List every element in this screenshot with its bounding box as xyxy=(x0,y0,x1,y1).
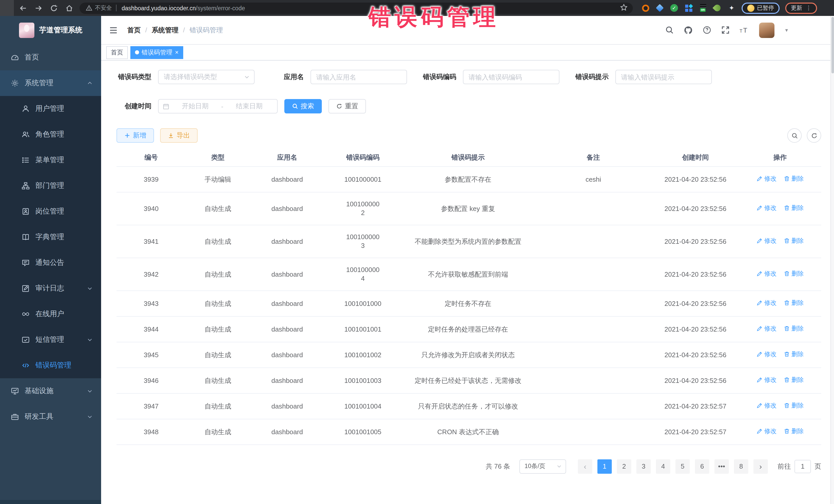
fullscreen-icon[interactable] xyxy=(721,26,730,35)
help-icon[interactable] xyxy=(703,26,711,35)
extension-orange-icon[interactable] xyxy=(641,4,650,12)
sidebar-item-menu-list[interactable]: 菜单管理 xyxy=(0,147,101,173)
tab-error-code[interactable]: 错误码管理 × xyxy=(130,46,183,59)
sidebar-item-audit-log[interactable]: 审计日志 xyxy=(0,276,101,301)
sidebar-item-infra[interactable]: 基础设施 xyxy=(0,378,101,404)
browser-menu-kebab-icon[interactable]: ⋮ xyxy=(806,5,811,11)
error-msg-input[interactable] xyxy=(615,70,712,84)
github-icon[interactable] xyxy=(684,25,693,35)
sidebar-item-post-badge[interactable]: 岗位管理 xyxy=(0,199,101,224)
error-type-select[interactable]: 请选择错误码类型 xyxy=(158,70,255,84)
page-button-4[interactable]: 4 xyxy=(656,459,670,474)
cell-msg: 只有开启状态的任务，才可以修改 xyxy=(401,393,535,419)
sidebar-collapse-icon[interactable] xyxy=(109,25,118,35)
sidebar-item-devtools[interactable]: 研发工具 xyxy=(0,404,101,430)
delete-link[interactable]: 删除 xyxy=(784,299,804,307)
delete-link[interactable]: 删除 xyxy=(784,350,804,359)
font-size-icon[interactable]: TT xyxy=(740,26,749,35)
browser-forward-icon[interactable] xyxy=(35,4,43,12)
add-button[interactable]: 新增 xyxy=(116,128,154,143)
page-button-6[interactable]: 6 xyxy=(695,459,709,474)
delete-link[interactable]: 删除 xyxy=(784,204,804,213)
browser-back-icon[interactable] xyxy=(19,4,27,12)
bookmark-star-icon[interactable] xyxy=(620,4,628,12)
extension-pinwheel-icon[interactable]: ✦ xyxy=(727,4,736,12)
sidebar-item-system[interactable]: 系统管理 xyxy=(0,70,101,96)
sidebar-item-dashboard[interactable]: 首页 xyxy=(0,45,101,70)
delete-link[interactable]: 删除 xyxy=(784,427,804,436)
refresh-table-button[interactable] xyxy=(807,128,821,143)
sidebar-item-dict-book[interactable]: 字典管理 xyxy=(0,224,101,250)
scrollbar-thumb[interactable] xyxy=(831,17,834,73)
cell-remark xyxy=(535,342,652,368)
show-search-button[interactable] xyxy=(787,128,802,143)
security-label[interactable]: 不安全 xyxy=(95,4,112,12)
prev-page-button[interactable]: ‹ xyxy=(578,459,592,474)
sidebar-item-notice[interactable]: 通知公告 xyxy=(0,250,101,276)
reset-button[interactable]: 重置 xyxy=(328,99,366,113)
extension-leaf-icon[interactable] xyxy=(713,4,722,12)
edit-link[interactable]: 修改 xyxy=(756,204,776,213)
extension-green-check-icon[interactable]: ✓ xyxy=(670,4,679,12)
jump-page-input[interactable] xyxy=(794,460,811,473)
edit-link[interactable]: 修改 xyxy=(756,269,776,278)
page-button-8[interactable]: 8 xyxy=(734,459,748,474)
url-path: /system/error-code xyxy=(196,5,245,11)
more-pages-button[interactable]: ••• xyxy=(715,459,729,474)
extension-gem-icon[interactable] xyxy=(655,4,664,12)
edit-link[interactable]: 修改 xyxy=(756,427,776,436)
sidebar-item-error-code[interactable]: 错误码管理 xyxy=(0,353,101,378)
header-search-icon[interactable] xyxy=(665,26,674,35)
create-time-range-picker[interactable]: 开始日期 - 结束日期 xyxy=(158,99,278,113)
edit-link[interactable]: 修改 xyxy=(756,237,776,245)
next-page-button[interactable]: › xyxy=(753,459,768,474)
breadcrumb-home[interactable]: 首页 xyxy=(127,25,140,35)
page-scrollbar[interactable] xyxy=(830,16,834,504)
browser-reload-icon[interactable] xyxy=(50,4,58,12)
delete-link[interactable]: 删除 xyxy=(784,269,804,278)
breadcrumb-system[interactable]: 系统管理 xyxy=(152,25,178,35)
edit-link[interactable]: 修改 xyxy=(756,350,776,359)
sidebar-item-user[interactable]: 用户管理 xyxy=(0,96,101,122)
sidebar-item-sms[interactable]: 短信管理 xyxy=(0,327,101,353)
delete-link[interactable]: 删除 xyxy=(784,376,804,385)
edit-link-label: 修改 xyxy=(764,175,776,183)
tab-home[interactable]: 首页 xyxy=(106,46,128,59)
page-button-2[interactable]: 2 xyxy=(617,459,631,474)
export-button[interactable]: 导出 xyxy=(160,128,198,143)
search-button[interactable]: 搜索 xyxy=(284,99,322,113)
delete-link[interactable]: 删除 xyxy=(784,324,804,333)
user-menu-caret-icon[interactable]: ▼ xyxy=(784,27,789,32)
tab-close-icon[interactable]: × xyxy=(175,49,179,56)
error-code-input[interactable] xyxy=(463,70,559,84)
delete-link[interactable]: 删除 xyxy=(784,401,804,410)
sidebar-item-online-users[interactable]: 在线用户 xyxy=(0,301,101,327)
delete-link[interactable]: 删除 xyxy=(784,175,804,183)
page-button-5[interactable]: 5 xyxy=(675,459,690,474)
edit-link[interactable]: 修改 xyxy=(756,175,776,183)
breadcrumb: 首页 / 系统管理 / 错误码管理 xyxy=(127,25,223,35)
extension-blue-stack-icon[interactable] xyxy=(684,4,693,12)
edit-link[interactable]: 修改 xyxy=(756,324,776,333)
edit-link[interactable]: 修改 xyxy=(756,401,776,410)
browser-profile-chip[interactable]: 已暂停 xyxy=(742,2,780,14)
page-size-select[interactable]: 10条/页 xyxy=(520,459,566,474)
browser-home-icon[interactable] xyxy=(65,4,73,12)
browser-update-button[interactable]: 更新 ⋮ xyxy=(785,2,817,14)
edit-link-label: 修改 xyxy=(764,237,776,245)
page-button-1[interactable]: 1 xyxy=(597,459,612,474)
app-name-input[interactable] xyxy=(310,70,407,84)
sidebar-item-dept-tree[interactable]: 部门管理 xyxy=(0,173,101,199)
sidebar-logo[interactable]: 芋道管理系统 xyxy=(0,16,101,45)
delete-link[interactable]: 删除 xyxy=(784,237,804,245)
sidebar-item-roles[interactable]: 角色管理 xyxy=(0,122,101,147)
edit-link[interactable]: 修改 xyxy=(756,376,776,385)
cell-app: dashboard xyxy=(250,258,324,290)
cell-actions: 修改删除 xyxy=(739,225,821,258)
edit-link[interactable]: 修改 xyxy=(756,299,776,307)
extension-on-badge-icon[interactable]: on xyxy=(699,4,707,12)
user-avatar[interactable] xyxy=(759,22,774,38)
url-bar[interactable]: 不安全 dashboard.yudao.iocoder.cn /system/e… xyxy=(80,2,633,14)
delete-icon xyxy=(784,238,790,244)
page-button-3[interactable]: 3 xyxy=(636,459,651,474)
